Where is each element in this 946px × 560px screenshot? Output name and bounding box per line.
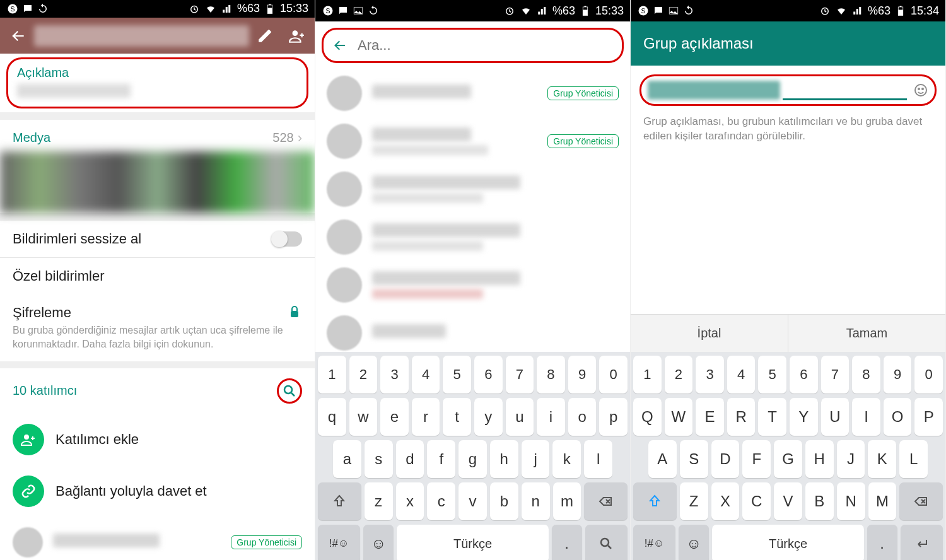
- key-K[interactable]: K: [868, 440, 896, 478]
- contact-row[interactable]: [315, 213, 630, 261]
- key-U[interactable]: U: [821, 398, 850, 436]
- search-key[interactable]: [585, 525, 628, 560]
- description-input-highlight[interactable]: [639, 74, 937, 106]
- media-row[interactable]: Medya 528 ›: [0, 120, 315, 151]
- key-M[interactable]: M: [868, 482, 897, 520]
- key-m[interactable]: m: [553, 482, 581, 520]
- edit-icon[interactable]: [257, 28, 273, 44]
- key-Q[interactable]: Q: [633, 398, 662, 436]
- search-input[interactable]: [358, 37, 613, 54]
- search-bar-highlight[interactable]: [322, 28, 624, 63]
- symbols-key[interactable]: !#☺: [318, 525, 360, 560]
- key-2[interactable]: 2: [349, 356, 378, 394]
- dot-key[interactable]: .: [552, 525, 582, 560]
- key-L[interactable]: L: [899, 440, 928, 478]
- key-h[interactable]: h: [490, 440, 518, 478]
- key-2[interactable]: 2: [665, 356, 693, 394]
- key-3[interactable]: 3: [696, 356, 724, 394]
- key-I[interactable]: I: [852, 398, 880, 436]
- emoji-icon[interactable]: [913, 83, 928, 98]
- ok-button[interactable]: Tamam: [788, 315, 945, 352]
- emoji-key[interactable]: ☺: [363, 525, 394, 560]
- contact-row[interactable]: [315, 261, 630, 309]
- key-F[interactable]: F: [742, 440, 771, 478]
- key-r[interactable]: r: [412, 398, 440, 436]
- key-E[interactable]: E: [696, 398, 724, 436]
- encryption-row[interactable]: Şifreleme Bu gruba gönderdiğiniz mesajla…: [0, 295, 315, 361]
- key-f[interactable]: f: [427, 440, 455, 478]
- add-participant-icon[interactable]: [288, 28, 305, 44]
- key-n[interactable]: n: [522, 482, 550, 520]
- key-t[interactable]: t: [443, 398, 471, 436]
- key-y[interactable]: y: [474, 398, 503, 436]
- contact-row[interactable]: [315, 165, 630, 213]
- mute-row[interactable]: Bildirimleri sessize al: [0, 221, 315, 257]
- key-c[interactable]: c: [427, 482, 455, 520]
- key-4[interactable]: 4: [727, 356, 756, 394]
- key-p[interactable]: p: [599, 398, 628, 436]
- key-o[interactable]: o: [568, 398, 597, 436]
- key-s[interactable]: s: [365, 440, 393, 478]
- key-3[interactable]: 3: [380, 356, 409, 394]
- keyboard[interactable]: 1234567890 qwertyuiop asdfghjkl zxcvbnm …: [315, 352, 630, 560]
- key-v[interactable]: v: [458, 482, 487, 520]
- key-G[interactable]: G: [774, 440, 802, 478]
- mute-toggle[interactable]: [272, 231, 302, 247]
- description-section-highlight[interactable]: Açıklama: [6, 57, 308, 108]
- key-a[interactable]: a: [333, 440, 361, 478]
- key-5[interactable]: 5: [758, 356, 786, 394]
- key-O[interactable]: O: [884, 398, 912, 436]
- key-9[interactable]: 9: [884, 356, 912, 394]
- key-H[interactable]: H: [805, 440, 834, 478]
- key-q[interactable]: q: [318, 398, 346, 436]
- contact-row[interactable]: Grup Yöneticisi: [315, 69, 630, 117]
- space-key[interactable]: Türkçe: [397, 525, 548, 560]
- key-1[interactable]: 1: [318, 356, 346, 394]
- key-6[interactable]: 6: [790, 356, 818, 394]
- key-u[interactable]: u: [506, 398, 534, 436]
- key-z[interactable]: z: [365, 482, 393, 520]
- key-e[interactable]: e: [380, 398, 409, 436]
- key-g[interactable]: g: [458, 440, 487, 478]
- key-A[interactable]: A: [648, 440, 677, 478]
- add-participant-row[interactable]: Katılımcı ekle: [0, 414, 315, 465]
- key-8[interactable]: 8: [852, 356, 880, 394]
- search-participants-highlight[interactable]: [277, 378, 302, 404]
- key-7[interactable]: 7: [506, 356, 534, 394]
- key-Y[interactable]: Y: [790, 398, 818, 436]
- key-R[interactable]: R: [727, 398, 756, 436]
- key-C[interactable]: C: [742, 482, 771, 520]
- backspace-key[interactable]: [899, 482, 943, 520]
- key-Z[interactable]: Z: [680, 482, 708, 520]
- cancel-button[interactable]: İptal: [631, 315, 788, 352]
- back-icon[interactable]: [10, 28, 26, 44]
- key-J[interactable]: J: [837, 440, 865, 478]
- key-P[interactable]: P: [914, 398, 943, 436]
- key-T[interactable]: T: [758, 398, 786, 436]
- key-B[interactable]: B: [805, 482, 834, 520]
- backspace-key[interactable]: [584, 482, 628, 520]
- key-l[interactable]: l: [584, 440, 612, 478]
- shift-key-active[interactable]: [633, 482, 677, 520]
- key-w[interactable]: w: [349, 398, 378, 436]
- key-0[interactable]: 0: [599, 356, 628, 394]
- invite-link-row[interactable]: Bağlantı yoluyla davet et: [0, 465, 315, 517]
- key-6[interactable]: 6: [474, 356, 503, 394]
- key-b[interactable]: b: [490, 482, 518, 520]
- key-D[interactable]: D: [711, 440, 740, 478]
- key-0[interactable]: 0: [914, 356, 943, 394]
- contact-row[interactable]: Grup Yöneticisi: [315, 117, 630, 165]
- custom-notif-row[interactable]: Özel bildirimler: [0, 258, 315, 295]
- key-x[interactable]: x: [396, 482, 424, 520]
- keyboard[interactable]: 1234567890 QWERTYUIOP ASDFGHJKL ZXCVBNM …: [631, 352, 945, 560]
- key-d[interactable]: d: [396, 440, 424, 478]
- key-9[interactable]: 9: [568, 356, 597, 394]
- back-icon[interactable]: [332, 38, 347, 53]
- emoji-key[interactable]: ☺: [679, 525, 709, 560]
- space-key[interactable]: Türkçe: [712, 525, 863, 560]
- contact-row[interactable]: [315, 309, 630, 352]
- key-8[interactable]: 8: [537, 356, 565, 394]
- key-i[interactable]: i: [537, 398, 565, 436]
- shift-key[interactable]: [318, 482, 361, 520]
- key-V[interactable]: V: [774, 482, 802, 520]
